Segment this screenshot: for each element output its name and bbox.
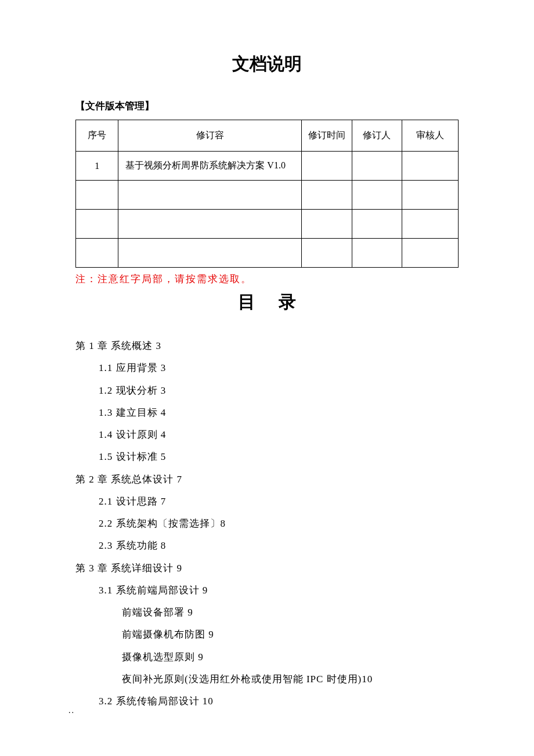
th-reviewer: 审核人 [402, 120, 459, 152]
toc-item: 2.2 系统架构〔按需选择〕8 [75, 513, 459, 535]
toc-item: 2.3 系统功能 8 [75, 535, 459, 557]
toc-item: 摄像机选型原则 9 [75, 646, 459, 668]
toc-list: 第 1 章 系统概述 31.1 应用背景 31.2 现状分析 31.3 建立目标… [75, 335, 459, 712]
cell-editor [352, 152, 402, 181]
cell-content: 基于视频分析周界防系统解决方案 V1.0 [118, 152, 302, 181]
cell-reviewer [402, 239, 459, 268]
toc-item: 3.2 系统传输局部设计 10 [75, 690, 459, 712]
cell-time [302, 181, 352, 210]
cell-editor [352, 210, 402, 239]
cell-content [118, 181, 302, 210]
cell-content [118, 210, 302, 239]
table-row: 1基于视频分析周界防系统解决方案 V1.0 [76, 152, 459, 181]
toc-item: 第 3 章 系统详细设计 9 [75, 557, 459, 579]
cell-seq [76, 239, 118, 268]
toc-item: 第 1 章 系统概述 3 [75, 335, 459, 357]
table-row [76, 181, 459, 210]
table-row [76, 239, 459, 268]
th-editor: 修订人 [352, 120, 402, 152]
cell-seq [76, 210, 118, 239]
toc-item: 夜间补光原则(没选用红外枪或使用智能 IPC 时使用)10 [75, 668, 459, 690]
cell-editor [352, 181, 402, 210]
cell-seq: 1 [76, 152, 118, 181]
cell-editor [352, 239, 402, 268]
th-seq: 序号 [76, 120, 118, 152]
cell-reviewer [402, 181, 459, 210]
cell-reviewer [402, 152, 459, 181]
version-table: 序号 修订容 修订时间 修订人 审核人 1基于视频分析周界防系统解决方案 V1.… [75, 120, 459, 268]
toc-item: 1.5 设计标准 5 [75, 446, 459, 468]
table-row [76, 210, 459, 239]
toc-item: 2.1 设计思路 7 [75, 491, 459, 513]
th-time: 修订时间 [302, 120, 352, 152]
cell-reviewer [402, 210, 459, 239]
doc-title: 文档说明 [75, 52, 459, 76]
table-header-row: 序号 修订容 修订时间 修订人 审核人 [76, 120, 459, 152]
toc-item: 1.4 设计原则 4 [75, 424, 459, 446]
toc-title: 目录 [75, 290, 459, 314]
section-label: 【文件版本管理】 [75, 99, 459, 113]
toc-item: 前端设备部署 9 [75, 602, 459, 624]
footer-dots: .. [68, 706, 75, 715]
cell-time [302, 152, 352, 181]
th-content: 修订容 [118, 120, 302, 152]
toc-item: 1.1 应用背景 3 [75, 357, 459, 379]
toc-item: 1.3 建立目标 4 [75, 402, 459, 424]
cell-time [302, 210, 352, 239]
toc-item: 3.1 系统前端局部设计 9 [75, 579, 459, 602]
cell-seq [76, 181, 118, 210]
note-text: 注：注意红字局部，请按需求选取。 [75, 272, 459, 286]
toc-item: 第 2 章 系统总体设计 7 [75, 469, 459, 491]
cell-content [118, 239, 302, 268]
toc-item: 1.2 现状分析 3 [75, 380, 459, 402]
toc-item: 前端摄像机布防图 9 [75, 624, 459, 646]
cell-time [302, 239, 352, 268]
